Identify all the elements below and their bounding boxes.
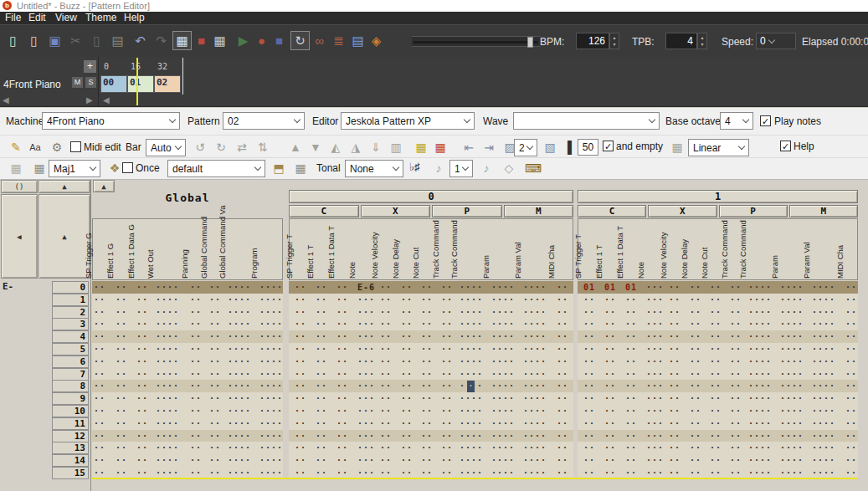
pattern-cell[interactable]: ·· <box>209 442 221 454</box>
pattern-cell[interactable]: ·· <box>116 281 127 294</box>
pattern-cell[interactable]: ·· <box>583 306 595 319</box>
pattern-cell[interactable]: ·· <box>421 355 433 368</box>
pattern-cell[interactable]: ·· <box>316 442 327 454</box>
row-number[interactable]: 9 <box>52 392 89 405</box>
pattern-cell[interactable]: ·· <box>730 430 742 442</box>
pattern-cell[interactable]: ···· <box>491 392 515 405</box>
pattern-cell[interactable]: ·· <box>380 306 392 319</box>
gear-icon[interactable]: ⚙ <box>48 139 66 156</box>
pattern-cell[interactable]: ···· <box>259 343 283 355</box>
pattern-cell[interactable]: ··· <box>646 355 664 368</box>
pattern-cell[interactable]: ···· <box>780 430 804 442</box>
pattern-cell[interactable]: ···· <box>460 430 483 442</box>
pattern-cell[interactable]: ·· <box>625 417 637 430</box>
pattern-cell[interactable]: ··· <box>646 368 664 381</box>
pattern-cell[interactable]: ···· <box>460 454 483 467</box>
pattern-cell[interactable]: ·· <box>557 330 568 343</box>
pattern-cell[interactable]: ·· <box>690 281 701 294</box>
pattern-cell[interactable]: ···· <box>491 417 515 430</box>
pattern-cell[interactable]: ···· <box>812 405 835 417</box>
menu-file[interactable]: File <box>0 12 26 24</box>
pattern-cell[interactable]: ·· <box>845 368 857 381</box>
pattern-cell[interactable]: ··· <box>357 380 375 392</box>
pattern-cell[interactable]: ·· <box>136 281 148 294</box>
pattern-cell[interactable]: ·· <box>116 343 127 355</box>
pattern-cell[interactable]: ·· <box>583 318 595 330</box>
sequence-pattern-cell[interactable]: 01 <box>127 75 154 93</box>
pattern-cell[interactable]: ··· <box>357 442 375 454</box>
pattern-cell[interactable]: ·· <box>710 392 722 405</box>
pattern-cell[interactable]: ·· <box>380 405 392 417</box>
pattern-cell[interactable]: ·· <box>190 380 202 392</box>
pattern-cell[interactable]: ···· <box>780 281 804 294</box>
pattern-cell[interactable]: ···· <box>523 405 547 417</box>
pattern-cell[interactable]: ·· <box>690 318 701 330</box>
pattern-cell[interactable]: ·· <box>669 318 681 330</box>
pattern-cell[interactable]: ·· <box>730 442 742 454</box>
pattern-cell[interactable]: ·· <box>316 380 327 392</box>
pattern-cell[interactable]: ···· <box>259 454 283 467</box>
pattern-cell[interactable]: ·· <box>710 281 722 294</box>
add-track-icon[interactable]: ▧ <box>541 139 559 156</box>
pattern-cell[interactable]: ···· <box>780 343 804 355</box>
pattern-cell[interactable]: ·· <box>316 330 327 343</box>
pattern-cell[interactable]: ···· <box>812 355 835 368</box>
pattern-cell[interactable]: ·· <box>730 392 742 405</box>
pattern-cell[interactable]: ·· <box>380 454 392 467</box>
pattern-cell[interactable]: 01 <box>604 281 616 294</box>
pattern-editor-icon[interactable]: ▦ <box>172 31 192 50</box>
track-subgroup-m[interactable]: M <box>504 205 574 217</box>
collapse-left-panel[interactable]: ◀ <box>1 194 38 279</box>
pattern-cell[interactable]: ···· <box>748 343 772 355</box>
pattern-cell[interactable]: ·· <box>401 281 413 294</box>
pattern-cell[interactable]: ···· <box>523 281 547 294</box>
speed-select[interactable]: 0 <box>756 33 796 49</box>
pattern-cell[interactable]: ···· <box>259 430 283 442</box>
pattern-cell[interactable]: ·· <box>441 306 453 319</box>
pattern-cell[interactable]: ·· <box>669 417 681 430</box>
accidentals-button[interactable]: ♭♯ <box>409 161 420 173</box>
octave-down-icon[interactable]: ◮ <box>347 139 365 156</box>
pattern-cell[interactable]: ·· <box>625 442 637 454</box>
pattern-cell[interactable]: ···· <box>748 368 772 381</box>
pattern-cell[interactable]: ···· <box>491 281 515 294</box>
pattern-cell[interactable]: ·· <box>845 343 857 355</box>
note-step-down-icon[interactable]: ♪ <box>429 160 448 176</box>
bar-select[interactable]: Auto <box>146 139 186 156</box>
pattern-cell[interactable]: ·· <box>557 405 568 417</box>
swap-view-button[interactable]: () <box>1 180 38 193</box>
pattern-cell[interactable]: ·· <box>94 417 105 430</box>
pattern-cell[interactable]: ·· <box>669 392 681 405</box>
pattern-cell[interactable]: ···· <box>780 368 804 381</box>
pattern-cell[interactable]: ·· <box>845 380 857 392</box>
pattern-cell[interactable]: ·· <box>209 294 221 306</box>
pattern-cell[interactable]: ·· <box>336 442 348 454</box>
pattern-cell[interactable]: ·· <box>441 294 453 306</box>
pattern-cell[interactable]: ·· <box>441 380 453 392</box>
pattern-cell[interactable]: ·· <box>295 294 306 306</box>
pattern-cell[interactable]: ·· <box>136 392 148 405</box>
pattern-cell[interactable]: ···· <box>228 454 251 467</box>
pattern-cell[interactable]: ·· <box>557 442 568 454</box>
track-subgroup-m[interactable]: M <box>789 205 858 217</box>
volume-handle[interactable] <box>527 37 533 48</box>
pattern-cell[interactable]: ·· <box>669 442 681 454</box>
pattern-cell[interactable]: ···· <box>228 368 251 381</box>
pattern-cell[interactable]: ·· <box>625 355 637 368</box>
pattern-cell[interactable]: ·· <box>669 294 681 306</box>
pattern-cell[interactable]: ·· <box>421 281 433 294</box>
pattern-cell[interactable]: ·· <box>209 405 221 417</box>
pattern-cell[interactable]: ·· <box>625 306 637 319</box>
pattern-cell[interactable]: ···· <box>228 294 251 306</box>
pattern-cell[interactable]: ·· <box>583 442 595 454</box>
pattern-cell[interactable]: ···· <box>491 330 515 343</box>
pattern-cell[interactable]: ···· <box>460 318 483 330</box>
pattern-cell[interactable]: ·· <box>625 405 637 417</box>
pattern-cell[interactable]: ·· <box>316 294 327 306</box>
merge-icon[interactable]: ▥ <box>387 139 405 156</box>
pattern-cell[interactable]: ···· <box>780 392 804 405</box>
pattern-cell[interactable]: ·· <box>604 380 616 392</box>
pattern-cell[interactable]: ·· <box>690 330 701 343</box>
track-subgroup-p[interactable]: P <box>719 205 788 217</box>
pattern-cell[interactable]: ·· <box>441 281 453 294</box>
